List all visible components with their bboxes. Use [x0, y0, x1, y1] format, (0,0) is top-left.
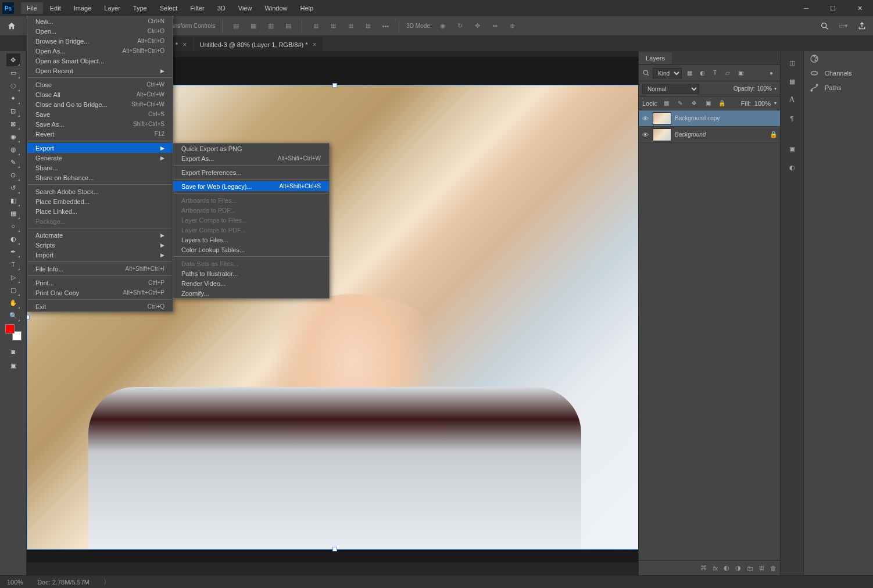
menu-item-place-linked[interactable]: Place Linked...	[27, 206, 173, 216]
frame-tool[interactable]: ⊠	[6, 117, 20, 130]
screen-mode-icon[interactable]: ▣	[6, 359, 20, 372]
menu-item-zoomify[interactable]: Zoomify...	[173, 288, 329, 298]
lock-position-icon[interactable]: ✥	[689, 98, 699, 109]
color-swatches[interactable]	[5, 324, 22, 340]
quick-mask-icon[interactable]: ◙	[6, 345, 20, 358]
eraser-tool[interactable]: ◧	[6, 194, 20, 207]
type-tool[interactable]: T	[6, 258, 20, 271]
menu-item-save-as[interactable]: Save As...Shift+Ctrl+S	[27, 119, 173, 129]
filter-type-icon[interactable]: T	[710, 68, 720, 78]
opacity-value[interactable]: 100%	[757, 85, 772, 92]
healing-tool[interactable]: ◍	[6, 143, 20, 156]
menu-item-export-preferences[interactable]: Export Preferences...	[173, 167, 329, 177]
menu-window[interactable]: Window	[259, 2, 293, 14]
menu-file[interactable]: File	[21, 2, 43, 14]
status-arrow-icon[interactable]: 〉	[103, 578, 110, 586]
menu-item-paths-to-illustrator[interactable]: Paths to Illustrator...	[173, 268, 329, 278]
document-tab[interactable]: Untitled-3 @ 80% (Layer 1, RGB/8#) *×	[194, 37, 323, 51]
distribute-bottom-icon[interactable]: ⊞	[344, 20, 357, 33]
link-layers-icon[interactable]: ⌘	[700, 564, 707, 572]
character-icon[interactable]: A	[785, 93, 799, 107]
layer-name[interactable]: Background copy	[675, 115, 778, 121]
menu-item-quick-export-as-png[interactable]: Quick Export as PNG	[173, 144, 329, 153]
menu-item-open-as[interactable]: Open As...Alt+Shift+Ctrl+O	[27, 46, 173, 56]
menu-help[interactable]: Help	[295, 2, 320, 14]
align-right-icon[interactable]: ▥	[264, 20, 277, 33]
distribute-center-v-icon[interactable]: ⊞	[327, 20, 339, 33]
more-icon[interactable]: •••	[379, 20, 392, 33]
menu-item-export[interactable]: Export▶	[27, 143, 173, 153]
menu-item-generate[interactable]: Generate▶	[27, 153, 173, 163]
quick-select-tool[interactable]: ✦	[6, 92, 20, 105]
layer-group-icon[interactable]: 🗀	[747, 565, 753, 572]
menu-layer[interactable]: Layer	[98, 2, 126, 14]
menu-item-layers-to-files[interactable]: Layers to Files...	[173, 235, 329, 245]
menu-item-print-one-copy[interactable]: Print One CopyAlt+Shift+Ctrl+P	[27, 288, 173, 297]
foreground-color-swatch[interactable]	[5, 324, 15, 334]
minimize-button[interactable]: ─	[793, 0, 820, 16]
layer-thumbnail[interactable]	[653, 128, 671, 141]
zoom-tool[interactable]: 🔍	[6, 309, 20, 322]
crop-tool[interactable]: ⊡	[6, 105, 20, 117]
rectangle-tool[interactable]: ▢	[6, 284, 20, 296]
dodge-tool[interactable]: ◐	[6, 232, 20, 245]
tab-close-icon[interactable]: ×	[313, 40, 317, 49]
adjustment-layer-icon[interactable]: ◑	[735, 564, 741, 572]
visibility-icon[interactable]: 👁	[641, 115, 649, 122]
lasso-tool[interactable]: ◌	[6, 79, 20, 92]
3d-zoom-icon[interactable]: ⊕	[506, 20, 519, 33]
3d-roll-icon[interactable]: ↻	[454, 20, 467, 33]
color-panel-icon[interactable]: Channels	[804, 51, 873, 66]
3d-orbit-icon[interactable]: ◉	[436, 20, 449, 33]
layers-tab[interactable]: Layers	[639, 52, 672, 64]
menu-type[interactable]: Type	[127, 2, 153, 14]
menu-item-place-embedded[interactable]: Place Embedded...	[27, 196, 173, 206]
history-brush-tool[interactable]: ↺	[6, 181, 20, 194]
eyedropper-tool[interactable]: ◉	[6, 130, 20, 143]
maximize-button[interactable]: ☐	[820, 0, 846, 16]
menu-item-close-and-go-to-bridge[interactable]: Close and Go to Bridge...Shift+Ctrl+W	[27, 99, 173, 109]
close-button[interactable]: ✕	[846, 0, 873, 16]
filter-pixel-icon[interactable]: ▦	[684, 68, 695, 78]
tab-close-icon[interactable]: ×	[183, 40, 187, 49]
visibility-icon[interactable]: 👁	[641, 131, 649, 138]
menu-item-open-as-smart-object[interactable]: Open as Smart Object...	[27, 56, 173, 66]
filter-shape-icon[interactable]: ▱	[722, 68, 733, 78]
artboard-tool[interactable]: ▭	[6, 66, 20, 79]
filter-smart-icon[interactable]: ▣	[735, 68, 746, 78]
menu-image[interactable]: Image	[68, 2, 98, 14]
menu-item-color-lookup-tables[interactable]: Color Lookup Tables...	[173, 245, 329, 254]
clone-tool[interactable]: ⊙	[6, 168, 20, 181]
layer-mask-icon[interactable]: ◐	[724, 564, 729, 572]
libraries-icon[interactable]: ▣	[785, 142, 799, 156]
align-center-h-icon[interactable]: ▦	[247, 20, 260, 33]
layer-thumbnail[interactable]	[653, 112, 671, 125]
new-layer-icon[interactable]: ⊞	[759, 564, 764, 572]
menu-item-browse-in-bridge[interactable]: Browse in Bridge...Alt+Ctrl+O	[27, 36, 173, 46]
opacity-dropdown-icon[interactable]: ▾	[774, 86, 777, 91]
menu-item-export-as[interactable]: Export As...Alt+Shift+Ctrl+W	[173, 153, 329, 163]
3d-pan-icon[interactable]: ✥	[471, 20, 484, 33]
adjustments-icon[interactable]: ▦	[785, 74, 799, 88]
lock-transparent-icon[interactable]: ▦	[661, 98, 671, 109]
align-top-icon[interactable]: ▤	[282, 20, 295, 33]
menu-item-import[interactable]: Import▶	[27, 250, 173, 260]
layer-row[interactable]: 👁Background copy	[639, 110, 780, 127]
workspace-icon[interactable]: ▭▾	[837, 20, 850, 33]
menu-item-save-for-web-legacy[interactable]: Save for Web (Legacy)...Alt+Shift+Ctrl+S	[173, 181, 329, 191]
layer-name[interactable]: Background	[675, 131, 766, 138]
history-icon[interactable]: ◐	[785, 160, 799, 174]
delete-layer-icon[interactable]: 🗑	[770, 565, 777, 572]
menu-item-close-all[interactable]: Close AllAlt+Ctrl+W	[27, 89, 173, 99]
blur-tool[interactable]: ○	[6, 220, 20, 232]
paragraph-icon[interactable]: ¶	[785, 112, 799, 126]
doc-size[interactable]: Doc: 2.78M/5.57M	[37, 579, 90, 586]
properties-icon[interactable]: ◫	[785, 56, 799, 70]
menu-edit[interactable]: Edit	[44, 2, 67, 14]
filter-adjustment-icon[interactable]: ◐	[697, 68, 707, 78]
menu-select[interactable]: Select	[154, 2, 184, 14]
menu-item-share-on-behance[interactable]: Share on Behance...	[27, 173, 173, 182]
gradient-tool[interactable]: ▦	[6, 207, 20, 220]
filter-icon[interactable]	[642, 69, 650, 77]
lock-all-icon[interactable]: 🔒	[717, 98, 727, 109]
